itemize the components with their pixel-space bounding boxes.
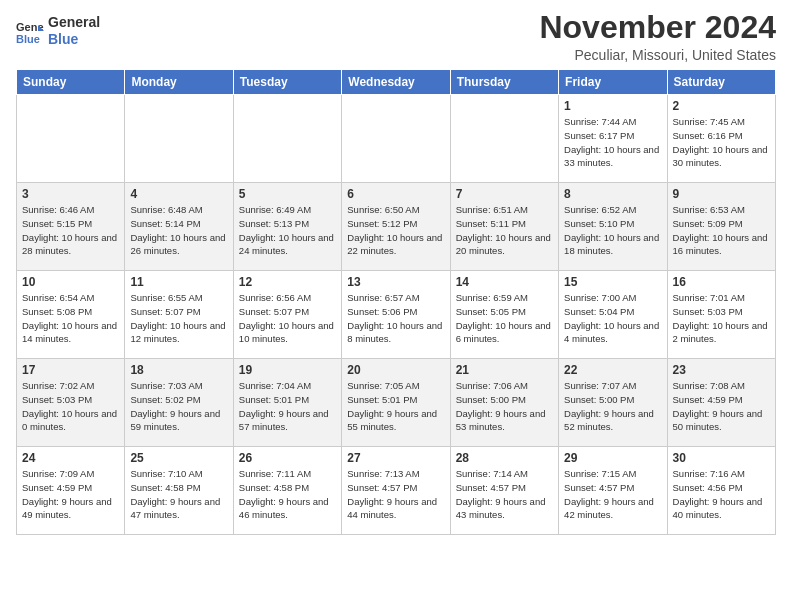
calendar-cell: 14Sunrise: 6:59 AM Sunset: 5:05 PM Dayli… xyxy=(450,271,558,359)
calendar-cell: 21Sunrise: 7:06 AM Sunset: 5:00 PM Dayli… xyxy=(450,359,558,447)
calendar-cell xyxy=(125,95,233,183)
day-info: Sunrise: 7:15 AM Sunset: 4:57 PM Dayligh… xyxy=(564,467,661,522)
location: Peculiar, Missouri, United States xyxy=(539,47,776,63)
day-info: Sunrise: 7:45 AM Sunset: 6:16 PM Dayligh… xyxy=(673,115,770,170)
calendar-cell xyxy=(450,95,558,183)
col-wednesday: Wednesday xyxy=(342,70,450,95)
day-info: Sunrise: 6:52 AM Sunset: 5:10 PM Dayligh… xyxy=(564,203,661,258)
calendar-cell: 27Sunrise: 7:13 AM Sunset: 4:57 PM Dayli… xyxy=(342,447,450,535)
calendar-week-1: 3Sunrise: 6:46 AM Sunset: 5:15 PM Daylig… xyxy=(17,183,776,271)
day-info: Sunrise: 6:50 AM Sunset: 5:12 PM Dayligh… xyxy=(347,203,444,258)
day-number: 16 xyxy=(673,275,770,289)
calendar-cell: 30Sunrise: 7:16 AM Sunset: 4:56 PM Dayli… xyxy=(667,447,775,535)
day-info: Sunrise: 7:06 AM Sunset: 5:00 PM Dayligh… xyxy=(456,379,553,434)
logo-icon: General Blue xyxy=(16,17,44,45)
calendar-cell: 18Sunrise: 7:03 AM Sunset: 5:02 PM Dayli… xyxy=(125,359,233,447)
day-number: 26 xyxy=(239,451,336,465)
logo-line2: Blue xyxy=(48,31,100,48)
day-info: Sunrise: 7:44 AM Sunset: 6:17 PM Dayligh… xyxy=(564,115,661,170)
day-info: Sunrise: 7:01 AM Sunset: 5:03 PM Dayligh… xyxy=(673,291,770,346)
month-title: November 2024 xyxy=(539,10,776,45)
svg-text:Blue: Blue xyxy=(16,33,40,45)
day-info: Sunrise: 7:03 AM Sunset: 5:02 PM Dayligh… xyxy=(130,379,227,434)
day-number: 28 xyxy=(456,451,553,465)
calendar-cell: 17Sunrise: 7:02 AM Sunset: 5:03 PM Dayli… xyxy=(17,359,125,447)
calendar-cell: 4Sunrise: 6:48 AM Sunset: 5:14 PM Daylig… xyxy=(125,183,233,271)
day-info: Sunrise: 7:08 AM Sunset: 4:59 PM Dayligh… xyxy=(673,379,770,434)
day-info: Sunrise: 7:07 AM Sunset: 5:00 PM Dayligh… xyxy=(564,379,661,434)
day-info: Sunrise: 6:46 AM Sunset: 5:15 PM Dayligh… xyxy=(22,203,119,258)
day-number: 22 xyxy=(564,363,661,377)
calendar-cell: 9Sunrise: 6:53 AM Sunset: 5:09 PM Daylig… xyxy=(667,183,775,271)
logo-line1: General xyxy=(48,14,100,31)
day-info: Sunrise: 6:49 AM Sunset: 5:13 PM Dayligh… xyxy=(239,203,336,258)
calendar-cell xyxy=(342,95,450,183)
calendar-cell: 13Sunrise: 6:57 AM Sunset: 5:06 PM Dayli… xyxy=(342,271,450,359)
col-monday: Monday xyxy=(125,70,233,95)
title-section: November 2024 Peculiar, Missouri, United… xyxy=(539,10,776,63)
day-info: Sunrise: 6:53 AM Sunset: 5:09 PM Dayligh… xyxy=(673,203,770,258)
day-info: Sunrise: 7:04 AM Sunset: 5:01 PM Dayligh… xyxy=(239,379,336,434)
calendar-cell: 8Sunrise: 6:52 AM Sunset: 5:10 PM Daylig… xyxy=(559,183,667,271)
day-number: 5 xyxy=(239,187,336,201)
calendar-cell xyxy=(233,95,341,183)
day-number: 25 xyxy=(130,451,227,465)
day-number: 30 xyxy=(673,451,770,465)
day-number: 11 xyxy=(130,275,227,289)
day-number: 23 xyxy=(673,363,770,377)
calendar-cell: 12Sunrise: 6:56 AM Sunset: 5:07 PM Dayli… xyxy=(233,271,341,359)
day-info: Sunrise: 6:51 AM Sunset: 5:11 PM Dayligh… xyxy=(456,203,553,258)
day-number: 8 xyxy=(564,187,661,201)
day-number: 18 xyxy=(130,363,227,377)
day-number: 14 xyxy=(456,275,553,289)
day-number: 13 xyxy=(347,275,444,289)
day-number: 12 xyxy=(239,275,336,289)
day-info: Sunrise: 7:00 AM Sunset: 5:04 PM Dayligh… xyxy=(564,291,661,346)
calendar-cell: 24Sunrise: 7:09 AM Sunset: 4:59 PM Dayli… xyxy=(17,447,125,535)
calendar-cell: 2Sunrise: 7:45 AM Sunset: 6:16 PM Daylig… xyxy=(667,95,775,183)
calendar-cell: 1Sunrise: 7:44 AM Sunset: 6:17 PM Daylig… xyxy=(559,95,667,183)
day-info: Sunrise: 7:13 AM Sunset: 4:57 PM Dayligh… xyxy=(347,467,444,522)
day-number: 7 xyxy=(456,187,553,201)
calendar-cell: 5Sunrise: 6:49 AM Sunset: 5:13 PM Daylig… xyxy=(233,183,341,271)
day-number: 10 xyxy=(22,275,119,289)
calendar-cell xyxy=(17,95,125,183)
col-friday: Friday xyxy=(559,70,667,95)
calendar-cell: 6Sunrise: 6:50 AM Sunset: 5:12 PM Daylig… xyxy=(342,183,450,271)
calendar-week-3: 17Sunrise: 7:02 AM Sunset: 5:03 PM Dayli… xyxy=(17,359,776,447)
day-info: Sunrise: 7:05 AM Sunset: 5:01 PM Dayligh… xyxy=(347,379,444,434)
day-number: 19 xyxy=(239,363,336,377)
calendar-cell: 7Sunrise: 6:51 AM Sunset: 5:11 PM Daylig… xyxy=(450,183,558,271)
calendar-cell: 26Sunrise: 7:11 AM Sunset: 4:58 PM Dayli… xyxy=(233,447,341,535)
logo: General Blue General Blue xyxy=(16,14,100,48)
day-number: 15 xyxy=(564,275,661,289)
col-saturday: Saturday xyxy=(667,70,775,95)
day-info: Sunrise: 6:48 AM Sunset: 5:14 PM Dayligh… xyxy=(130,203,227,258)
calendar-cell: 10Sunrise: 6:54 AM Sunset: 5:08 PM Dayli… xyxy=(17,271,125,359)
calendar-cell: 3Sunrise: 6:46 AM Sunset: 5:15 PM Daylig… xyxy=(17,183,125,271)
calendar-cell: 23Sunrise: 7:08 AM Sunset: 4:59 PM Dayli… xyxy=(667,359,775,447)
calendar-cell: 11Sunrise: 6:55 AM Sunset: 5:07 PM Dayli… xyxy=(125,271,233,359)
calendar-week-2: 10Sunrise: 6:54 AM Sunset: 5:08 PM Dayli… xyxy=(17,271,776,359)
day-info: Sunrise: 7:09 AM Sunset: 4:59 PM Dayligh… xyxy=(22,467,119,522)
day-number: 3 xyxy=(22,187,119,201)
day-number: 2 xyxy=(673,99,770,113)
day-number: 20 xyxy=(347,363,444,377)
day-number: 9 xyxy=(673,187,770,201)
col-thursday: Thursday xyxy=(450,70,558,95)
calendar-table: Sunday Monday Tuesday Wednesday Thursday… xyxy=(16,69,776,535)
day-info: Sunrise: 6:56 AM Sunset: 5:07 PM Dayligh… xyxy=(239,291,336,346)
calendar-cell: 20Sunrise: 7:05 AM Sunset: 5:01 PM Dayli… xyxy=(342,359,450,447)
header-row: Sunday Monday Tuesday Wednesday Thursday… xyxy=(17,70,776,95)
header: General Blue General Blue November 2024 … xyxy=(16,10,776,63)
calendar-cell: 29Sunrise: 7:15 AM Sunset: 4:57 PM Dayli… xyxy=(559,447,667,535)
calendar-cell: 28Sunrise: 7:14 AM Sunset: 4:57 PM Dayli… xyxy=(450,447,558,535)
calendar-cell: 16Sunrise: 7:01 AM Sunset: 5:03 PM Dayli… xyxy=(667,271,775,359)
calendar-cell: 15Sunrise: 7:00 AM Sunset: 5:04 PM Dayli… xyxy=(559,271,667,359)
calendar-cell: 19Sunrise: 7:04 AM Sunset: 5:01 PM Dayli… xyxy=(233,359,341,447)
calendar-page: General Blue General Blue November 2024 … xyxy=(0,0,792,551)
day-info: Sunrise: 7:10 AM Sunset: 4:58 PM Dayligh… xyxy=(130,467,227,522)
calendar-cell: 22Sunrise: 7:07 AM Sunset: 5:00 PM Dayli… xyxy=(559,359,667,447)
day-info: Sunrise: 7:02 AM Sunset: 5:03 PM Dayligh… xyxy=(22,379,119,434)
day-info: Sunrise: 7:16 AM Sunset: 4:56 PM Dayligh… xyxy=(673,467,770,522)
